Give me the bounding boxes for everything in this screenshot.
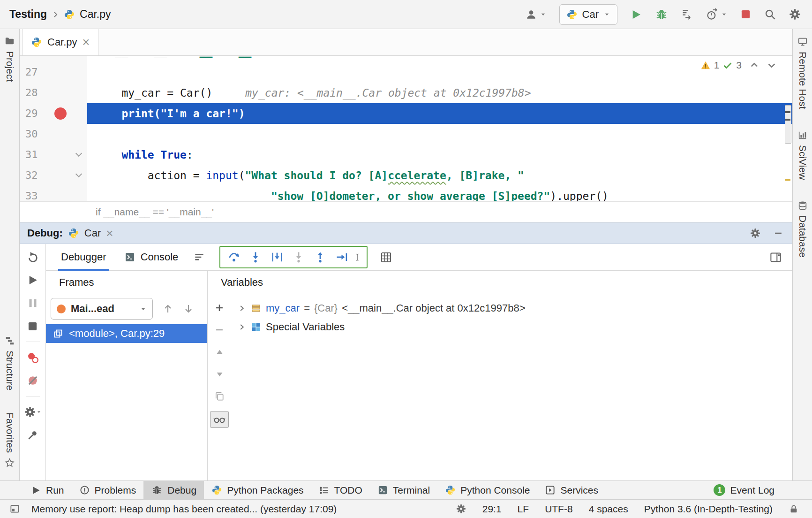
move-watch-up-button[interactable] <box>212 345 227 359</box>
editor-scrollbar[interactable] <box>784 56 792 201</box>
close-icon[interactable]: × <box>106 227 113 239</box>
breakpoint-icon[interactable] <box>54 107 67 120</box>
line-number: 27 <box>20 62 50 83</box>
indent-setting[interactable]: 4 spaces <box>589 503 628 515</box>
stripe-mark[interactable] <box>785 111 790 113</box>
toolwindow-python-packages[interactable]: Python Packages <box>204 481 311 499</box>
rerun-icon <box>26 251 39 264</box>
rerun-button[interactable] <box>25 250 41 265</box>
step-into-my-code-button[interactable] <box>268 249 286 265</box>
force-step-into-button[interactable] <box>290 249 308 265</box>
debug-button[interactable] <box>652 4 671 25</box>
evaluate-expression-button[interactable] <box>380 251 392 264</box>
sidebar-item-structure[interactable]: Structure <box>4 335 15 390</box>
debugger-settings-button[interactable] <box>25 404 41 419</box>
show-watches-toggle[interactable] <box>210 411 229 428</box>
profiler-button[interactable] <box>703 4 730 25</box>
interpreter-widget[interactable]: Python 3.6 (In-Depth-Testing) <box>644 503 773 515</box>
stack-frame-icon <box>53 328 64 339</box>
code-text[interactable]: action = input("What should I do? [A]cce… <box>87 165 792 186</box>
hide-icon[interactable] <box>774 229 783 238</box>
step-out-icon <box>314 251 327 264</box>
sidebar-item-remote-host[interactable]: Remote Host <box>797 37 808 109</box>
view-breakpoints-button[interactable] <box>25 350 41 365</box>
step-over-button[interactable] <box>225 249 243 265</box>
remove-watch-button[interactable] <box>212 323 227 337</box>
duplicate-watch-button[interactable] <box>212 389 227 403</box>
code-text[interactable]: while True: <box>87 145 792 165</box>
sidebar-item-project[interactable]: Project <box>4 36 15 82</box>
layout-settings-button[interactable] <box>769 251 782 264</box>
variable-row-my-car[interactable]: my_car = {Car} <__main__.Car object at 0… <box>231 299 792 318</box>
step-into-button[interactable] <box>247 249 264 265</box>
toolwindow-terminal[interactable]: Terminal <box>370 481 437 499</box>
toolwindow-event-log[interactable]: 1 Event Log <box>706 481 782 499</box>
chevron-up-icon[interactable] <box>750 61 759 70</box>
run-with-coverage-button[interactable] <box>678 4 696 25</box>
step-out-button[interactable] <box>311 249 329 265</box>
caret-position[interactable]: 29:1 <box>482 503 502 515</box>
code-text[interactable] <box>87 124 792 145</box>
next-frame-button[interactable] <box>183 303 194 314</box>
code-text[interactable]: "show [O]dometer, or show average [S]pee… <box>87 186 792 201</box>
code-editor[interactable]: 26if __name__ == '__main__':2728 my_car … <box>20 56 792 201</box>
stop-button[interactable] <box>737 4 754 25</box>
editor-breadcrumbs: if __name__ == '__main__' <box>20 201 792 222</box>
code-text[interactable]: my_car = Car()my_car: <__main__.Car obje… <box>87 83 792 103</box>
settings-button[interactable] <box>786 4 804 25</box>
pause-button[interactable] <box>25 296 41 311</box>
stripe-mark[interactable] <box>785 119 790 121</box>
run-config-select[interactable]: Car <box>559 4 617 25</box>
toolwindow-run[interactable]: Run <box>23 481 72 499</box>
breadcrumb-file[interactable]: Car.py <box>80 8 111 21</box>
toolwindow-services[interactable]: Services <box>537 481 606 499</box>
code-text[interactable]: if __name__ == '__main__': <box>87 56 792 62</box>
inspections-widget[interactable]: 1 3 <box>700 60 776 71</box>
fold-marker-icon[interactable] <box>75 150 82 157</box>
sidebar-item-favorites[interactable]: Favorites <box>4 412 15 468</box>
add-watch-button[interactable] <box>212 301 227 315</box>
toolwindow-todo[interactable]: TODO <box>311 481 370 499</box>
file-encoding[interactable]: UTF-8 <box>545 503 573 515</box>
run-to-cursor-button[interactable] <box>333 249 351 265</box>
tab-car-py[interactable]: Car.py × <box>22 29 98 55</box>
mute-breakpoints-button[interactable] <box>25 373 41 388</box>
stop-debug-button[interactable] <box>25 319 41 334</box>
special-variables-row[interactable]: Special Variables <box>231 318 792 336</box>
pin-tab-button[interactable] <box>25 427 41 442</box>
sidebar-item-database[interactable]: Database <box>797 200 808 258</box>
resume-button[interactable] <box>25 273 41 288</box>
previous-frame-button[interactable] <box>162 303 173 314</box>
breadcrumb-project[interactable]: Testing <box>9 8 47 21</box>
editor-tab-bar: Car.py × <box>20 29 792 56</box>
code-text[interactable]: print("I'm a car!") <box>87 103 792 124</box>
breadcrumb-scope[interactable]: if __name__ == '__main__' <box>96 206 214 218</box>
thread-selector[interactable]: Mai...ead <box>51 298 153 320</box>
user-menu-button[interactable] <box>523 4 549 25</box>
code-text[interactable] <box>87 62 792 83</box>
search-everywhere-button[interactable] <box>761 4 779 25</box>
sidebar-item-sciview[interactable]: SciView <box>797 130 808 180</box>
expand-chevron-icon[interactable] <box>238 323 246 331</box>
chevron-down-icon[interactable] <box>767 61 776 70</box>
gear-icon[interactable] <box>750 228 761 239</box>
tab-console[interactable]: Console <box>121 244 181 271</box>
tab-debugger[interactable]: Debugger <box>58 244 109 271</box>
expand-chevron-icon[interactable] <box>238 304 246 312</box>
line-ending[interactable]: LF <box>518 503 529 515</box>
close-icon[interactable]: × <box>83 36 90 49</box>
toolwindow-toggle-icon[interactable] <box>9 503 20 514</box>
warning-stripe-mark[interactable] <box>785 179 790 181</box>
debug-toolwindow-header[interactable]: Debug: Car × <box>20 222 792 244</box>
debug-tabs-menu-button[interactable] <box>193 251 205 263</box>
lock-icon[interactable] <box>789 504 799 514</box>
move-watch-down-button[interactable] <box>212 367 227 381</box>
run-button[interactable] <box>628 4 645 25</box>
frame-row[interactable]: <module>, Car.py:29 <box>46 324 207 343</box>
status-message[interactable]: Memory use report: Heap dump has been cr… <box>31 503 337 515</box>
fold-marker-icon[interactable] <box>75 171 82 177</box>
toolwindow-python-console[interactable]: Python Console <box>437 481 537 499</box>
background-tasks-icon[interactable] <box>456 503 466 514</box>
toolwindow-debug[interactable]: Debug <box>143 481 204 499</box>
toolwindow-problems[interactable]: Problems <box>72 481 144 499</box>
